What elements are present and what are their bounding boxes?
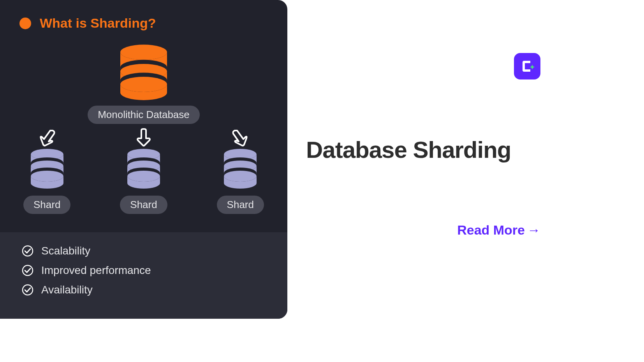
benefit-text: Availability xyxy=(41,284,93,296)
benefits-list: Scalability Improved performance Availab… xyxy=(0,232,287,319)
monolithic-db-node: Monolithic Database xyxy=(88,42,200,124)
page-title: Database Sharding xyxy=(306,136,511,163)
database-icon xyxy=(124,147,163,190)
database-icon xyxy=(28,147,67,190)
sharding-tree: Monolithic Database xyxy=(19,42,268,214)
shard-node-3: Shard xyxy=(217,128,264,214)
shards-row: Shard xyxy=(19,128,268,214)
content-panel: Database Sharding Read More → xyxy=(287,0,644,362)
arrow-down-right-icon xyxy=(232,128,249,147)
arrow-down-icon xyxy=(136,128,151,147)
benefit-item: Improved performance xyxy=(22,264,266,277)
shard-node-1: Shard xyxy=(23,128,70,214)
svg-point-20 xyxy=(23,246,33,256)
shard-label: Shard xyxy=(217,196,264,214)
benefit-text: Scalability xyxy=(41,245,90,257)
svg-point-21 xyxy=(23,265,33,275)
check-circle-icon xyxy=(22,265,33,276)
check-circle-icon xyxy=(22,284,33,296)
database-icon xyxy=(221,147,260,190)
heading-bullet-icon xyxy=(19,18,31,29)
shard-node-2: Shard xyxy=(120,128,167,214)
arrow-right-icon: → xyxy=(527,222,540,238)
benefit-text: Improved performance xyxy=(41,264,151,277)
svg-point-4 xyxy=(120,77,167,92)
read-more-link[interactable]: Read More → xyxy=(457,222,540,238)
check-circle-icon xyxy=(22,245,33,257)
arrow-down-left-icon xyxy=(39,128,56,147)
benefit-item: Availability xyxy=(22,284,266,296)
svg-point-0 xyxy=(120,45,167,60)
svg-point-19 xyxy=(224,171,257,182)
database-icon xyxy=(114,42,173,100)
benefit-item: Scalability xyxy=(22,245,266,257)
heading-row: What is Sharding? xyxy=(19,16,268,31)
shard-label: Shard xyxy=(120,196,167,214)
svg-point-9 xyxy=(31,171,63,182)
diagram-panel: What is Sharding? Monolithic Database xyxy=(0,0,287,319)
diagram-area: What is Sharding? Monolithic Database xyxy=(0,0,287,232)
monolithic-db-label: Monolithic Database xyxy=(88,106,200,124)
brand-logo-icon xyxy=(514,53,540,79)
svg-point-22 xyxy=(23,285,33,295)
shard-label: Shard xyxy=(23,196,70,214)
svg-point-14 xyxy=(127,171,160,182)
read-more-text: Read More xyxy=(457,222,525,238)
heading-text: What is Sharding? xyxy=(40,16,156,31)
